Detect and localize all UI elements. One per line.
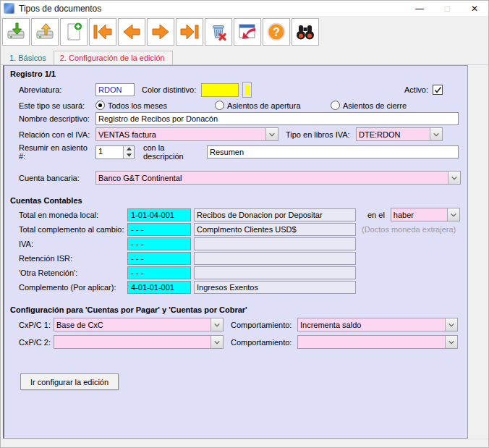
cc-row-otra-retencion: 'Otra Retención': - - - [9, 266, 463, 279]
new-record-icon [64, 22, 84, 42]
activo-checkbox[interactable] [433, 85, 443, 95]
export-button[interactable] [31, 18, 59, 46]
cc-account-desc: Recibos de Donacion por Depositar [194, 208, 356, 221]
cc-row-iva: IVA: - - - [9, 237, 463, 250]
moneda-extranjera-hint: (Doctos moneda extrajera) [362, 225, 456, 234]
next-record-button[interactable] [147, 18, 174, 46]
comportamiento2-select[interactable] [297, 335, 458, 349]
ir-configurar-button[interactable]: Ir configurar la edición [20, 373, 119, 390]
cc-row-complemento-cambio: Total complemento al cambio: - - - Compl… [9, 223, 463, 236]
cc-account-desc [194, 266, 356, 279]
toolbar: ? [1, 16, 488, 49]
resumir-row: Resumir en asiento #: 1 con la descripci… [9, 143, 463, 161]
cc-account-input[interactable]: - - - [127, 237, 191, 250]
help-button[interactable]: ? [263, 18, 290, 46]
cc-account-input[interactable]: - - - [127, 223, 191, 236]
tab-bar: 1. Básicos 2. Configuración de la edició… [1, 49, 488, 64]
cc-label: Total en moneda local: [19, 211, 127, 219]
relacion-iva-select[interactable]: VENTAS factura [95, 127, 278, 141]
cuenta-bancaria-row: Cuenta bancaria: Banco G&T Continental [9, 171, 463, 185]
last-record-icon [179, 22, 200, 42]
cc-account-input[interactable]: 1-01-04-001 [127, 208, 191, 221]
descripcion-label: con la descripción [143, 143, 207, 161]
abreviatura-row: Abreviatura: RDON Color distintivo: Acti… [9, 82, 463, 98]
cuentas-contables-header: Cuentas Contables [10, 196, 463, 205]
spin-down-icon[interactable] [124, 152, 134, 159]
tab-configuracion-edicion[interactable]: 2. Configuración de la edición [54, 51, 173, 64]
checkmark-icon [434, 86, 442, 94]
cuenta-bancaria-label: Cuenta bancaria: [19, 174, 95, 182]
color-picker-button[interactable] [242, 82, 252, 98]
tipo-libros-iva-select[interactable]: DTE:RDON [356, 127, 443, 141]
debe-haber-select[interactable]: haber [391, 208, 460, 221]
descripcion-input[interactable]: Resumen [207, 145, 459, 159]
spin-up-icon[interactable] [124, 146, 134, 153]
dropdown-arrow-icon[interactable] [447, 208, 459, 221]
help-icon: ? [266, 22, 286, 42]
app-icon [4, 3, 14, 14]
new-record-button[interactable] [60, 18, 88, 46]
previous-record-button[interactable] [118, 18, 145, 46]
abreviatura-input[interactable]: RDON [95, 83, 135, 96]
delete-record-button[interactable] [205, 18, 232, 46]
cxp1-label: CxP/C 1: [19, 321, 54, 329]
minimize-button[interactable]: — [406, 1, 433, 16]
search-button[interactable] [292, 18, 319, 46]
cc-row-complemento-aplicar: Complemento (Por aplicar): 4-01-01-001 I… [9, 281, 463, 294]
cc-label: Retención ISR: [19, 254, 127, 263]
nombre-row: Nombre descriptivo: Registro de Recibos … [9, 112, 463, 125]
cc-account-desc [194, 237, 356, 250]
close-button[interactable]: ✕ [461, 1, 488, 16]
basicos-panel: Registro 1/1 Abreviatura: RDON Color dis… [3, 65, 468, 439]
comportamiento1-label: Comportamiento: [231, 321, 297, 329]
cc-account-input[interactable]: - - - [127, 266, 191, 279]
comportamiento2-label: Comportamiento: [231, 338, 297, 347]
spinner-buttons[interactable] [123, 146, 134, 159]
export-icon [35, 22, 55, 42]
dropdown-arrow-icon[interactable] [265, 128, 278, 140]
comportamiento1-select[interactable]: Incrementa saldo [297, 318, 458, 331]
cc-label: Total complemento al cambio: [19, 225, 127, 234]
previous-record-icon [122, 22, 142, 42]
dropdown-arrow-icon[interactable] [430, 128, 442, 140]
last-record-button[interactable] [176, 18, 203, 46]
relacion-iva-label: Relación con el IVA: [19, 130, 95, 139]
nombre-descriptivo-label: Nombre descriptivo: [19, 114, 95, 123]
edit-layout-button[interactable] [234, 18, 261, 46]
color-swatch[interactable] [201, 83, 239, 97]
color-picker-icon [245, 85, 250, 95]
dropdown-arrow-icon[interactable] [211, 336, 223, 348]
delete-record-icon [208, 22, 229, 42]
tipo-libros-iva-label: Tipo en libros IVA: [286, 130, 356, 139]
app-window: Tipos de documentos — □ ✕ ? 1. Básicos 2… [0, 0, 489, 448]
nombre-descriptivo-input[interactable]: Registro de Recibos por Donacón [95, 112, 459, 125]
cxp-header: Configuración para 'Cuentas por Pagar' y… [10, 305, 463, 314]
radio-asientos-apertura[interactable]: Asientos de apertura [215, 101, 331, 110]
color-distintivo-label: Color distintivo: [142, 85, 201, 94]
dropdown-arrow-icon[interactable] [445, 336, 457, 348]
cxp2-select[interactable] [54, 335, 224, 349]
cc-row-retencion-isr: Retención ISR: - - - [9, 252, 463, 265]
save-icon [6, 22, 26, 42]
iva-row: Relación con el IVA: VENTAS factura Tipo… [9, 127, 463, 141]
dropdown-arrow-icon[interactable] [448, 172, 460, 184]
activo-label: Activo: [404, 85, 428, 94]
save-button[interactable] [2, 18, 30, 46]
radio-todos-los-meses[interactable]: Todos los meses [95, 101, 215, 110]
cc-account-input[interactable]: - - - [127, 252, 191, 265]
cxp-row-1: CxP/C 1: Base de CxC Comportamiento: Inc… [9, 318, 463, 331]
en-el-label: en el [367, 211, 385, 219]
first-record-button[interactable] [89, 18, 116, 46]
resumir-spinner[interactable]: 1 [95, 145, 135, 159]
cc-label: 'Otra Retención': [19, 269, 127, 277]
cuenta-bancaria-select[interactable]: Banco G&T Continental [95, 171, 461, 185]
tab-basicos[interactable]: 1. Básicos [4, 51, 54, 64]
dropdown-arrow-icon[interactable] [445, 318, 457, 331]
dropdown-arrow-icon[interactable] [211, 318, 223, 331]
cc-account-input[interactable]: 4-01-01-001 [127, 281, 191, 294]
radio-asientos-cierre[interactable]: Asientos de cierre [331, 101, 407, 110]
cxp1-select[interactable]: Base de CxC [54, 318, 224, 331]
window-bottom-strip [1, 439, 489, 448]
first-record-icon [93, 22, 113, 42]
cxp-row-2: CxP/C 2: Comportamiento: [9, 335, 463, 349]
